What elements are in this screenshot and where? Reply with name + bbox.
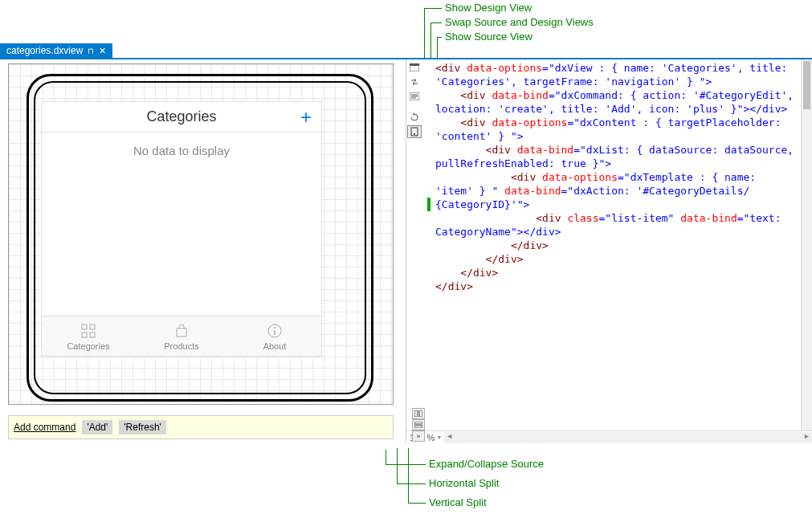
editor-split: Categories + No data to display Categori… <box>0 58 812 443</box>
gutter-marker <box>427 198 430 211</box>
design-pane: Categories + No data to display Categori… <box>0 59 406 443</box>
swap-views-button[interactable] <box>407 75 422 88</box>
annotation-swap-views: Swap Source and Design Views <box>445 16 594 28</box>
svg-rect-3 <box>90 332 95 337</box>
plus-icon[interactable]: + <box>300 106 312 128</box>
svg-point-6 <box>274 327 275 328</box>
refresh-button[interactable]: 'Refresh' <box>119 420 166 434</box>
annotation-connector <box>386 464 426 465</box>
info-icon <box>266 322 284 340</box>
view-toolbar <box>407 59 425 138</box>
tab-label: Categories <box>67 341 109 351</box>
tab-label: Products <box>164 341 198 351</box>
svg-rect-19 <box>414 426 422 428</box>
app-title: Categories <box>146 108 216 125</box>
add-command-link[interactable]: Add command <box>14 422 75 433</box>
annotation-connector <box>408 448 409 503</box>
split-buttons: » <box>412 408 425 442</box>
tab-label: About <box>263 341 287 351</box>
annotation-connector <box>397 483 426 484</box>
add-button[interactable]: 'Add' <box>82 420 112 434</box>
status-bar: 100 % ▾ <box>406 430 812 443</box>
source-pane: <div data-options="dxView : { name: 'Cat… <box>406 59 812 443</box>
tab-filename: categories.dxview <box>6 45 83 56</box>
tab-bar: categories.dxview ⊓ ✕ <box>0 42 112 58</box>
svg-rect-0 <box>82 324 87 329</box>
scroll-thumb[interactable] <box>803 61 810 109</box>
horizontal-scrollbar[interactable] <box>444 432 812 443</box>
close-icon[interactable]: ✕ <box>99 46 106 56</box>
svg-rect-1 <box>90 324 95 329</box>
svg-rect-2 <box>82 332 87 337</box>
pin-icon[interactable]: ⊓ <box>88 47 94 55</box>
app-screen[interactable]: Categories + No data to display Categori… <box>41 101 322 357</box>
annotation-vertical-split: Vertical Split <box>429 496 487 508</box>
show-design-button[interactable] <box>407 61 422 74</box>
vertical-split-button[interactable] <box>412 408 425 419</box>
svg-rect-4 <box>177 328 186 336</box>
horizontal-split-button[interactable] <box>412 419 425 430</box>
annotation-expand-collapse: Expand/Collapse Source <box>429 458 544 470</box>
annotation-show-source: Show Source View <box>445 31 532 43</box>
svg-rect-16 <box>414 410 418 417</box>
tab-categories[interactable]: categories.dxview ⊓ ✕ <box>0 43 112 58</box>
annotation-horizontal-split: Horizontal Split <box>429 477 499 489</box>
app-body: No data to display <box>42 133 321 316</box>
no-data-label: No data to display <box>133 144 230 157</box>
zoom-dropdown-icon[interactable]: ▾ <box>438 434 441 441</box>
svg-rect-18 <box>414 422 422 424</box>
annotation-connector <box>386 450 386 464</box>
annotation-connector <box>408 503 426 504</box>
command-bar: Add command 'Add' 'Refresh' <box>8 415 394 439</box>
svg-point-15 <box>414 133 415 135</box>
svg-rect-9 <box>410 63 419 66</box>
annotation-connector <box>397 448 398 483</box>
refresh-view-button[interactable] <box>407 111 422 124</box>
tab-categories-app[interactable]: Categories <box>42 316 135 356</box>
bag-icon <box>173 322 190 340</box>
app-tabbar: Categories Products About <box>42 316 321 356</box>
app-header: Categories + <box>42 102 321 133</box>
vertical-scrollbar[interactable] <box>801 59 812 430</box>
annotation-show-design: Show Design View <box>445 2 532 14</box>
design-surface[interactable]: Categories + No data to display Categori… <box>8 63 394 405</box>
tab-products-app[interactable]: Products <box>135 316 228 356</box>
grid-icon <box>80 322 97 340</box>
show-source-button[interactable] <box>407 90 422 103</box>
source-editor[interactable]: <div data-options="dxView : { name: 'Cat… <box>435 59 801 430</box>
tab-about-app[interactable]: About <box>228 316 321 356</box>
expand-collapse-button[interactable]: » <box>412 430 425 442</box>
svg-rect-17 <box>419 410 422 417</box>
device-view-button[interactable] <box>407 125 422 138</box>
